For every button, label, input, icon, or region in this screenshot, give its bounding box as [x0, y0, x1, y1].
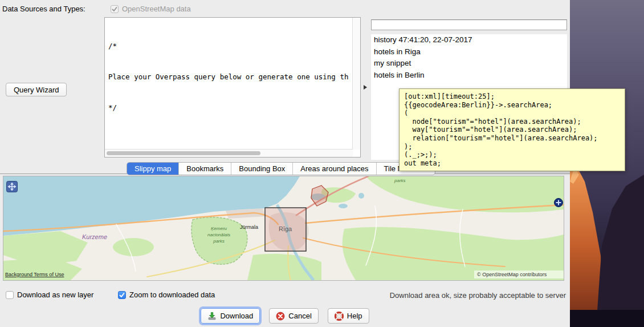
download-icon — [207, 312, 217, 321]
tab-bookmarks[interactable]: Bookmarks — [178, 163, 231, 175]
download-source-tabs: Slippy map Bookmarks Bounding Box Areas … — [127, 162, 435, 175]
zoom-to-data-option[interactable]: Zoom to downloaded data — [118, 290, 215, 299]
new-layer-label: Download as new layer — [17, 290, 93, 299]
data-sources-label: Data Sources and Types: — [2, 5, 85, 13]
screen: Data Sources and Types: OpenStreetMap da… — [0, 0, 644, 327]
cancel-icon — [276, 312, 285, 321]
map-label-town: Jūrmala — [240, 224, 258, 230]
osm-data-checkbox-row[interactable]: OpenStreetMap data — [111, 5, 191, 13]
download-label: Download — [220, 312, 253, 320]
options-row: Download as new layer Zoom to downloaded… — [0, 290, 570, 301]
download-button[interactable]: Download — [201, 308, 260, 324]
help-button[interactable]: Help — [328, 308, 369, 324]
list-item[interactable]: hotels in Berlin — [371, 70, 567, 82]
help-lifebuoy-icon — [335, 312, 344, 321]
map-zoom-in-button[interactable] — [555, 199, 563, 207]
download-as-new-layer-option[interactable]: Download as new layer — [6, 290, 93, 299]
check-icon — [119, 292, 125, 298]
map-terms-link[interactable]: Background Terms of Use — [5, 272, 64, 277]
new-layer-checkbox[interactable] — [6, 291, 14, 299]
list-item[interactable]: hotels in Riga — [371, 46, 567, 58]
list-item[interactable]: history 47:41:20, 22-07-2017 — [371, 34, 567, 46]
check-icon — [112, 6, 117, 12]
snippet-search-input[interactable] — [371, 19, 567, 30]
map-panel: Kurzeme Ķemeru nacionālais parks Jūrmala… — [0, 173, 570, 280]
slippy-map[interactable]: Kurzeme Ķemeru nacionālais parks Jūrmala… — [3, 176, 564, 281]
tab-bounding-box[interactable]: Bounding Box — [231, 163, 292, 175]
zoom-to-data-label: Zoom to downloaded data — [129, 290, 215, 299]
tab-slippy-map[interactable]: Slippy map — [127, 163, 178, 175]
tab-areas-around-places[interactable]: Areas around places — [292, 163, 376, 175]
zoom-to-data-checkbox[interactable] — [118, 291, 126, 299]
osm-data-label: OpenStreetMap data — [122, 5, 191, 13]
editor-vertical-scrollbar[interactable] — [352, 18, 360, 150]
chevron-right-icon — [364, 85, 367, 90]
map-label-park3: parks — [213, 239, 225, 244]
map-move-button[interactable] — [7, 181, 18, 192]
query-preview-tooltip: [out:xml][timeout:25]; {{geocodeArea:Ber… — [399, 88, 625, 171]
panel-splitter-toggle[interactable] — [361, 17, 369, 158]
map-attribution: © OpenStreetMap contributors — [477, 272, 547, 277]
help-label: Help — [347, 312, 362, 320]
map-label-park2: nacionālais — [207, 232, 230, 237]
list-item[interactable]: my snippet — [371, 58, 567, 70]
map-label-park1: Ķemeru — [211, 226, 227, 231]
overpass-query-editor[interactable]: /* Place your Overpass query below or ge… — [104, 17, 361, 158]
map-label-region: Kurzeme — [82, 233, 107, 240]
cancel-button[interactable]: Cancel — [269, 308, 318, 324]
map-label-city: Rīga — [279, 225, 292, 232]
query-wizard-button[interactable]: Query Wizard — [6, 83, 67, 96]
query-editor-text[interactable]: /* Place your Overpass query below or ge… — [108, 21, 351, 148]
dialog-buttons: Download Cancel Help — [0, 308, 570, 324]
map-label-ne-park: parks — [394, 178, 406, 183]
scrollbar-thumb[interactable] — [107, 151, 260, 155]
editor-horizontal-scrollbar[interactable] — [105, 149, 353, 157]
osm-data-checkbox[interactable] — [111, 5, 119, 13]
query-wizard-label: Query Wizard — [14, 86, 59, 94]
cancel-label: Cancel — [288, 312, 311, 320]
download-status-text: Download area ok, size probably acceptab… — [390, 291, 566, 300]
